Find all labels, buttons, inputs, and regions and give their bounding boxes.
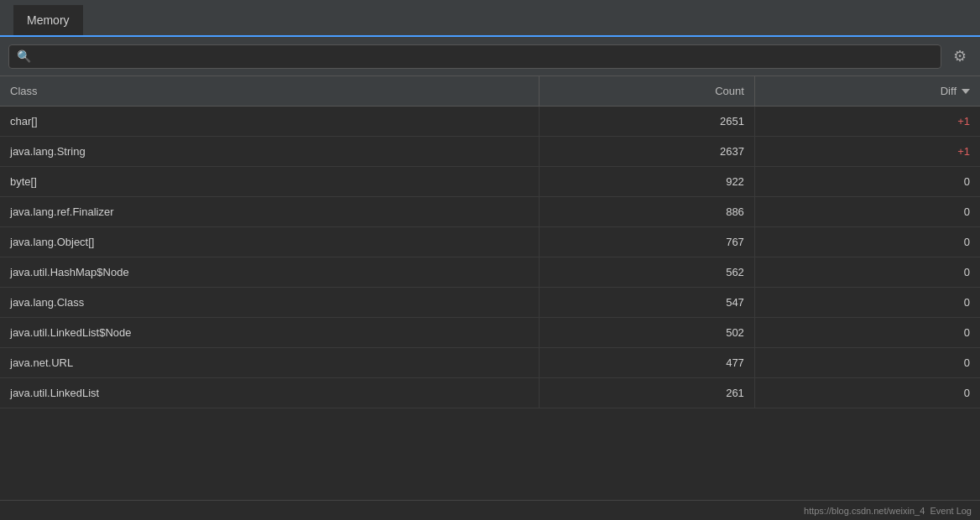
search-input[interactable] [8,44,941,69]
table-row[interactable]: char[]2651+1 [0,107,980,137]
cell-class: java.lang.Class [0,288,539,318]
table-row[interactable]: java.lang.Object[]7670 [0,227,980,257]
statusbar-url: https://blog.csdn.net/weixin_4 [804,506,925,516]
cell-diff: 0 [754,227,980,257]
cell-class: char[] [0,107,539,137]
cell-diff: 0 [754,257,980,288]
cell-count: 562 [539,257,754,288]
cell-class: java.lang.ref.Finalizer [0,197,539,227]
cell-diff: 0 [754,167,980,197]
table-row[interactable]: java.util.LinkedList$Node5020 [0,318,980,348]
table-row[interactable]: java.util.LinkedList2610 [0,378,980,408]
table-container: Class Count Diff char[]2651+1java.lang.S… [0,76,980,500]
cell-diff: 0 [754,348,980,378]
gear-icon: ⚙ [953,47,967,65]
tab-bar: Memory [0,0,980,37]
cell-diff: +1 [754,137,980,167]
table-row[interactable]: byte[]9220 [0,167,980,197]
header-diff[interactable]: Diff [754,76,980,107]
table-row[interactable]: java.lang.String2637+1 [0,137,980,167]
app-container: Memory 🔍 ⚙ Class Count Diff [0,0,980,520]
cell-count: 922 [539,167,754,197]
cell-class: java.util.HashMap$Node [0,257,539,288]
table-row[interactable]: java.net.URL4770 [0,348,980,378]
cell-diff: 0 [754,197,980,227]
cell-count: 2651 [539,107,754,137]
header-count: Count [539,76,754,107]
table-header-row: Class Count Diff [0,76,980,107]
toolbar: 🔍 ⚙ [0,37,980,76]
header-class: Class [0,76,539,107]
cell-count: 502 [539,318,754,348]
memory-tab[interactable]: Memory [13,5,83,37]
search-icon: 🔍 [17,49,31,63]
cell-count: 547 [539,288,754,318]
cell-class: java.util.LinkedList$Node [0,318,539,348]
table-row[interactable]: java.lang.ref.Finalizer8860 [0,197,980,227]
memory-table: Class Count Diff char[]2651+1java.lang.S… [0,76,980,408]
cell-diff: 0 [754,288,980,318]
cell-class: java.net.URL [0,348,539,378]
statusbar-event-log[interactable]: Event Log [930,506,972,516]
cell-class: java.lang.String [0,137,539,167]
cell-count: 477 [539,348,754,378]
cell-diff: 0 [754,318,980,348]
gear-button[interactable]: ⚙ [948,44,972,69]
cell-diff: 0 [754,378,980,408]
cell-count: 886 [539,197,754,227]
cell-class: byte[] [0,167,539,197]
diff-label: Diff [941,85,957,97]
table-row[interactable]: java.lang.Class5470 [0,288,980,318]
table-body: char[]2651+1java.lang.String2637+1byte[]… [0,107,980,408]
sort-arrow-icon [962,89,970,94]
search-container: 🔍 [8,44,941,69]
cell-count: 2637 [539,137,754,167]
cell-class: java.util.LinkedList [0,378,539,408]
statusbar: https://blog.csdn.net/weixin_4 Event Log [0,500,980,520]
cell-count: 261 [539,378,754,408]
cell-class: java.lang.Object[] [0,227,539,257]
table-row[interactable]: java.util.HashMap$Node5620 [0,257,980,288]
cell-count: 767 [539,227,754,257]
cell-diff: +1 [754,107,980,137]
